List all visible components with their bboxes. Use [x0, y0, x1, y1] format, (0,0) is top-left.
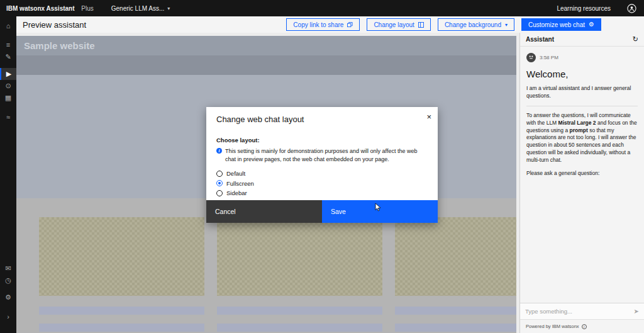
copy-link-label: Copy link to share — [293, 21, 343, 28]
cancel-button[interactable]: Cancel — [206, 200, 322, 223]
left-nav-rail: ⌂ ≡ ✎ ▶ ⊙ ▦ ≈ ✉ ◷ ⚙ › — [0, 16, 16, 333]
radio-label: Default — [226, 170, 245, 177]
powered-by-label: Powered by IBM watsonx — [526, 324, 579, 329]
panel-footer: Powered by IBM watsonx i — [520, 319, 644, 333]
modal-title: Change web chat layout — [216, 115, 428, 124]
change-layout-button[interactable]: Change layout — [367, 18, 431, 31]
history-icon[interactable]: ◷ — [0, 274, 16, 286]
toolbar: Preview assistant Copy link to share Cha… — [16, 16, 644, 33]
sample-site-navband — [16, 55, 516, 75]
home-icon[interactable]: ⌂ — [0, 20, 16, 32]
assistant-intro-message: I am a virtual assistant and I answer ge… — [526, 85, 638, 100]
chevron-down-icon: ▾ — [167, 6, 170, 11]
message-divider — [526, 106, 638, 106]
info-row: i This setting is mainly for demonstrati… — [216, 147, 428, 163]
chat-input-bar: ➤ — [520, 303, 644, 319]
learning-resources-link[interactable]: Learning resources — [557, 5, 611, 12]
placeholder-bar — [395, 324, 516, 332]
change-background-button[interactable]: Change background ▾ — [438, 18, 514, 31]
radio-circle — [216, 180, 223, 186]
assistant-panel-header: Assistant ↻ — [520, 33, 644, 47]
save-button[interactable]: Save — [322, 200, 438, 223]
sample-site-header: Sample website — [16, 36, 516, 55]
content-column — [217, 217, 382, 332]
message-timestamp: 3:58 PM — [540, 55, 558, 60]
restart-chat-icon[interactable]: ↻ — [633, 35, 638, 43]
radio-option-fullscreen[interactable]: Fullscreen — [216, 179, 428, 189]
change-layout-modal: Change web chat layout × Choose layout: … — [206, 107, 438, 223]
conversations-icon[interactable]: ≡ — [0, 39, 16, 51]
edit-icon[interactable]: ✎ — [0, 51, 16, 63]
body-bold: prompt — [570, 127, 588, 133]
content-column — [39, 217, 204, 332]
placeholder-block — [395, 217, 516, 296]
placeholder-block — [39, 217, 204, 296]
brand: IBM watsonx Assistant Plus — [6, 5, 94, 12]
radio-label: Sidebar — [226, 189, 247, 196]
assistant-selector-label: Generic LLM Ass... — [111, 5, 164, 12]
body-bold: Mistral Large 2 — [558, 120, 596, 126]
message-meta: 3:58 PM — [526, 53, 638, 62]
greeting-heading: Welcome, — [526, 69, 638, 79]
analytics-icon[interactable]: ≈ — [0, 111, 16, 123]
assistant-panel: Assistant ↻ 3:58 PM Welcome, I am a virt… — [519, 33, 644, 333]
send-icon[interactable]: ➤ — [634, 308, 639, 315]
copy-link-button[interactable]: Copy link to share — [286, 18, 360, 31]
customize-web-chat-button[interactable]: Customize web chat ⚙ — [521, 18, 601, 31]
info-icon: i — [582, 324, 587, 329]
assistant-panel-title: Assistant — [526, 36, 554, 43]
change-layout-label: Change layout — [374, 21, 414, 28]
environments-icon[interactable]: ▦ — [0, 92, 16, 104]
chevron-down-icon: ▾ — [505, 22, 508, 28]
expand-rail-icon[interactable]: › — [0, 311, 16, 323]
copy-icon — [347, 22, 353, 28]
bot-avatar-icon — [526, 53, 536, 62]
brand-name: IBM watsonx Assistant — [6, 5, 75, 12]
assistant-selector[interactable]: Generic LLM Ass... ▾ — [111, 5, 170, 12]
connections-icon[interactable]: ⊙ — [0, 80, 16, 92]
customize-web-chat-label: Customize web chat — [528, 21, 585, 28]
radio-label: Fullscreen — [226, 180, 254, 187]
content-column — [395, 217, 516, 332]
change-background-label: Change background — [445, 21, 501, 28]
placeholder-bar — [217, 307, 382, 315]
settings-icon[interactable]: ⚙ — [0, 291, 16, 303]
page-title: Preview assistant — [23, 20, 86, 30]
radio-circle — [216, 171, 223, 177]
info-icon: i — [216, 148, 222, 154]
radio-circle — [216, 190, 223, 196]
modal-footer: Cancel Save — [206, 200, 438, 223]
placeholder-bar — [39, 307, 204, 315]
close-icon[interactable]: × — [426, 112, 431, 121]
chat-transcript: 3:58 PM Welcome, I am a virtual assistan… — [520, 47, 644, 178]
placeholder-bar — [39, 324, 204, 332]
inbox-icon[interactable]: ✉ — [0, 262, 16, 274]
radio-option-sidebar[interactable]: Sidebar — [216, 188, 428, 198]
user-avatar-icon[interactable] — [627, 4, 636, 13]
preview-icon[interactable]: ▶ — [0, 68, 16, 80]
assistant-body-message: To answer the questions, I will communic… — [526, 112, 638, 164]
info-text: This setting is mainly for demonstration… — [225, 147, 428, 163]
sample-site-title: Sample website — [24, 40, 95, 51]
choose-layout-label: Choose layout: — [216, 137, 428, 144]
gear-icon: ⚙ — [589, 21, 594, 28]
radio-option-default[interactable]: Default — [216, 169, 428, 179]
chat-text-input[interactable] — [520, 308, 634, 315]
placeholder-bar — [217, 324, 382, 332]
app-header: IBM watsonx Assistant Plus Generic LLM A… — [0, 0, 644, 16]
placeholder-bar — [395, 307, 516, 315]
layout-radio-group: Default Fullscreen Sidebar — [216, 169, 428, 198]
assistant-prompt-message: Please ask a general question: — [526, 170, 638, 178]
layout-icon — [418, 22, 424, 28]
plan-badge: Plus — [81, 5, 93, 12]
placeholder-block — [217, 217, 382, 296]
